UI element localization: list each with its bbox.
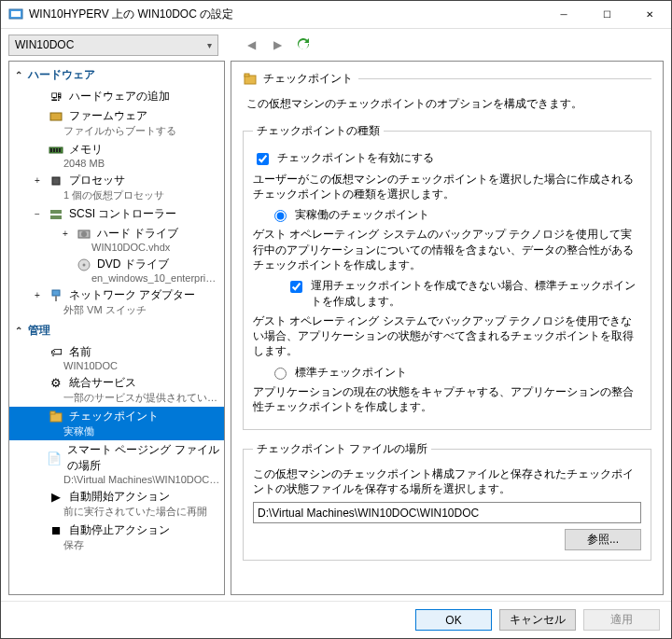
- ok-button[interactable]: OK: [415, 609, 492, 631]
- sidebar-item-name[interactable]: 🏷名前 WIN10DOC: [9, 342, 224, 373]
- svg-rect-7: [59, 148, 61, 152]
- sidebar-item-integration-services[interactable]: ⚙統合サービス 一部のサービスが提供されています: [9, 373, 224, 407]
- sidebar-item-sub: 2048 MB: [32, 158, 220, 169]
- firmware-icon: [49, 109, 63, 124]
- svg-rect-16: [55, 296, 57, 301]
- section-management[interactable]: ⌃ 管理: [9, 319, 224, 342]
- svg-rect-1: [11, 11, 21, 17]
- sidebar-item-sub: 外部 VM スイッチ: [32, 303, 220, 317]
- collapse-icon: ⌃: [13, 326, 24, 336]
- hdd-icon: [77, 227, 91, 242]
- add-hardware-icon: 🖳: [49, 90, 63, 104]
- radio-standard-desc: アプリケーションの現在の状態をキャプチャする、アプリケーションの整合性チェックポ…: [253, 384, 641, 414]
- sidebar-item-sub: en_windows_10_enterprise_x...: [60, 272, 220, 284]
- refresh-button[interactable]: [293, 35, 314, 55]
- minimize-button[interactable]: ─: [542, 1, 585, 29]
- svg-rect-10: [50, 215, 62, 219]
- expand-icon[interactable]: +: [60, 229, 71, 239]
- main-pane: チェックポイント この仮想マシンのチェックポイントのオプションを構成できます。 …: [231, 61, 664, 595]
- prod-fallback-checkbox[interactable]: [290, 281, 302, 293]
- svg-rect-20: [245, 74, 249, 76]
- group-checkpoint-types: チェックポイントの種類 チェックポイントを有効にする ユーザーがこの仮想マシンの…: [243, 123, 651, 430]
- sidebar-item-firmware[interactable]: ファームウェア ファイルからブートする: [9, 106, 224, 140]
- radio-standard[interactable]: [274, 368, 287, 380]
- memory-icon: [49, 143, 63, 158]
- radio-standard-row: 標準チェックポイント: [270, 365, 641, 381]
- group-types-legend: チェックポイントの種類: [253, 123, 384, 139]
- maximize-button[interactable]: ☐: [585, 1, 628, 29]
- nav-back-button[interactable]: ◀: [241, 35, 261, 55]
- vm-selector[interactable]: WIN10DOC ▾: [8, 35, 218, 56]
- radio-production-desc: ゲスト オペレーティング システムのバックアップ テクノロジを使用して実行中のア…: [253, 227, 641, 272]
- nav-forward-button[interactable]: ▶: [267, 35, 287, 55]
- sidebar-item-sub: ファイルからブートする: [32, 124, 220, 138]
- checkpoint-icon: [49, 410, 63, 424]
- scsi-icon: [49, 207, 63, 222]
- cpu-icon: [49, 174, 63, 188]
- close-button[interactable]: ✕: [628, 1, 671, 29]
- sidebar-item-dvd-drive[interactable]: DVD ドライブ en_windows_10_enterprise_x...: [9, 255, 224, 285]
- sidebar-item-add-hardware[interactable]: 🖳ハードウェアの追加: [9, 87, 224, 106]
- sidebar-item-sub: D:\Virtual Machines\WIN10DOC\W...: [32, 474, 220, 485]
- svg-rect-4: [50, 148, 52, 152]
- cancel-button[interactable]: キャンセル: [499, 609, 576, 631]
- location-input[interactable]: [253, 502, 641, 523]
- sidebar-item-sub: WIN10DOC.vhdx: [60, 242, 220, 253]
- sidebar-item-sub: 実稼働: [32, 424, 220, 438]
- services-icon: ⚙: [49, 376, 63, 391]
- sidebar-item-processor[interactable]: +プロセッサ 1 個の仮想プロセッサ: [9, 171, 224, 204]
- settings-window: WIN10HYPERV 上の WIN10DOC の設定 ─ ☐ ✕ WIN10D…: [0, 0, 672, 639]
- chevron-down-icon: ▾: [207, 40, 212, 50]
- titlebar: WIN10HYPERV 上の WIN10DOC の設定 ─ ☐ ✕: [1, 1, 671, 29]
- collapse-icon[interactable]: −: [32, 209, 43, 219]
- collapse-icon: ⌃: [13, 70, 24, 80]
- prod-fallback-row: 運用チェックポイントを作成できない場合、標準チェックポイントを作成します。: [287, 278, 641, 310]
- sidebar-item-sub: 前に実行されていた場合に再開: [32, 505, 220, 519]
- sidebar: ⌃ ハードウェア 🖳ハードウェアの追加 ファームウェア ファイルからブートする …: [8, 61, 225, 595]
- autostop-icon: ⏹: [49, 523, 63, 538]
- expand-icon[interactable]: +: [32, 175, 43, 186]
- enable-checkpoints-checkbox[interactable]: [257, 153, 269, 165]
- radio-production-row: 実稼働のチェックポイント: [270, 207, 641, 223]
- browse-button[interactable]: 参照...: [565, 529, 641, 550]
- prod-fallback-desc: ゲスト オペレーティング システムでバックアップ テクノロジを使用できない場合、…: [253, 313, 641, 359]
- svg-rect-8: [52, 177, 60, 185]
- paging-icon: 📄: [47, 451, 62, 465]
- toolbar: WIN10DOC ▾ ◀ ▶: [1, 29, 671, 61]
- window-title: WIN10HYPERV 上の WIN10DOC の設定: [29, 7, 542, 22]
- pane-title: チェックポイント: [263, 71, 353, 87]
- sidebar-item-sub: 保存: [32, 538, 220, 552]
- sidebar-item-sub: 一部のサービスが提供されています: [32, 391, 220, 405]
- expand-icon[interactable]: +: [32, 290, 43, 300]
- svg-rect-18: [50, 411, 55, 414]
- sidebar-item-auto-start[interactable]: ▶自動開始アクション 前に実行されていた場合に再開: [9, 487, 224, 521]
- sidebar-item-auto-stop[interactable]: ⏹自動停止アクション 保存: [9, 521, 224, 554]
- radio-production-label: 実稼働のチェックポイント: [295, 207, 429, 223]
- footer: OK キャンセル 適用: [1, 601, 671, 638]
- sidebar-item-sub: WIN10DOC: [32, 360, 220, 371]
- radio-production[interactable]: [274, 210, 287, 222]
- section-label: ハードウェア: [28, 67, 95, 83]
- sidebar-item-hard-drive[interactable]: +ハード ドライブ WIN10DOC.vhdx: [9, 224, 224, 255]
- sidebar-item-network-adapter[interactable]: +ネットワーク アダプター 外部 VM スイッチ: [9, 285, 224, 319]
- pane-description: この仮想マシンのチェックポイントのオプションを構成できます。: [246, 96, 651, 112]
- svg-rect-15: [52, 290, 60, 296]
- content-area: ⌃ ハードウェア 🖳ハードウェアの追加 ファームウェア ファイルからブートする …: [1, 61, 671, 601]
- apply-button: 適用: [583, 609, 660, 631]
- section-hardware[interactable]: ⌃ ハードウェア: [9, 63, 224, 87]
- title-divider: [358, 78, 651, 79]
- svg-rect-5: [53, 148, 55, 152]
- enable-checkpoints-row: チェックポイントを有効にする: [253, 150, 641, 168]
- radio-standard-label: 標準チェックポイント: [295, 365, 407, 381]
- svg-point-14: [83, 263, 86, 266]
- group-location-legend: チェックポイント ファイルの場所: [253, 441, 431, 457]
- sidebar-item-scsi[interactable]: −SCSI コントローラー: [9, 204, 224, 224]
- sidebar-item-sub: 1 個の仮想プロセッサ: [32, 188, 220, 202]
- network-icon: [49, 288, 63, 303]
- app-icon: [8, 7, 23, 22]
- sidebar-item-memory[interactable]: メモリ 2048 MB: [9, 140, 224, 171]
- prod-fallback-label: 運用チェックポイントを作成できない場合、標準チェックポイントを作成します。: [311, 278, 641, 310]
- sidebar-item-checkpoints[interactable]: チェックポイント 実稼働: [9, 407, 224, 440]
- checkpoint-title-icon: [243, 72, 258, 87]
- sidebar-item-smart-paging[interactable]: 📄スマート ページング ファイルの場所 D:\Virtual Machines\…: [9, 440, 224, 487]
